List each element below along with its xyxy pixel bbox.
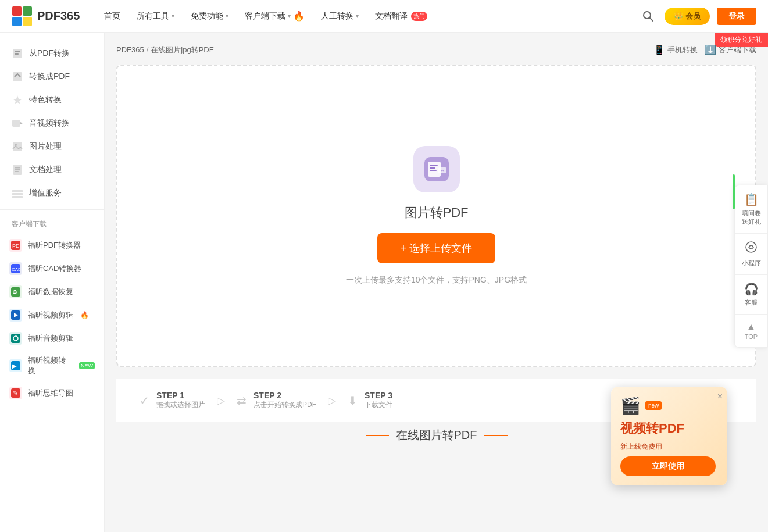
sidebar-item-to-pdf[interactable]: 转换成PDF <box>0 65 104 88</box>
fire-icon: 🔥 <box>293 10 305 22</box>
nav-home[interactable]: 首页 <box>97 8 127 25</box>
step1-title: STEP 1 <box>156 391 205 400</box>
support-label: 客服 <box>745 298 758 307</box>
gift-badge[interactable]: 领积分兑好礼 <box>715 33 768 47</box>
vip-crown-icon: 👑 <box>674 12 683 20</box>
svg-marker-11 <box>20 122 23 124</box>
breadcrumb-separator: / <box>147 45 149 54</box>
upload-icon-wrap: ↔ <box>413 146 460 192</box>
sidebar-item-doc[interactable]: 文档处理 <box>0 158 104 181</box>
popup-title: 视频转PDF <box>620 420 716 437</box>
nav-translate[interactable]: 文档翻译 热门 <box>368 8 434 25</box>
mobile-icon: 📱 <box>653 44 665 55</box>
nav-download[interactable]: 客户端下载 ▾ 🔥 <box>238 7 312 25</box>
popup-ad-top: 🎬 new <box>620 396 716 415</box>
support-button[interactable]: 🎧 客服 <box>735 275 767 315</box>
chevron-icon: ▾ <box>172 13 174 19</box>
chevron-icon: ▾ <box>356 13 359 19</box>
chevron-icon: ▾ <box>226 13 228 19</box>
sidebar-item-from-pdf[interactable]: 从PDF转换 <box>0 42 104 65</box>
sidebar-sub-mind-map[interactable]: ✎ 福昕思维导图 <box>0 381 104 405</box>
step-1: ✓ STEP 1 拖拽或选择图片 <box>140 391 205 410</box>
survey-button[interactable]: 📋 填问卷送好礼 <box>735 185 767 234</box>
svg-text:▶: ▶ <box>12 363 17 369</box>
upload-button[interactable]: + 选择上传文件 <box>377 233 496 263</box>
step1-content: STEP 1 拖拽或选择图片 <box>156 391 205 410</box>
vip-button[interactable]: 👑 会员 <box>665 8 710 25</box>
nav: 首页 所有工具 ▾ 免费功能 ▾ 客户端下载 ▾ 🔥 人工转换 ▾ 文档翻译 热… <box>97 7 639 25</box>
popup-ad: × 🎬 new 视频转PDF 新上线免费用 立即使用 <box>611 387 727 485</box>
svg-rect-20 <box>12 196 23 198</box>
miniprogram-icon <box>745 241 758 256</box>
svg-rect-1 <box>23 6 32 16</box>
svg-point-42 <box>746 242 756 252</box>
from-pdf-icon <box>12 48 23 59</box>
breadcrumb-home[interactable]: PDF365 <box>116 45 144 54</box>
section-line-left <box>366 435 389 436</box>
logo[interactable]: PDF365 <box>12 6 80 27</box>
miniprogram-label: 小程序 <box>742 259 761 267</box>
svg-rect-39 <box>430 170 437 171</box>
step2-desc: 点击开始转换成PDF <box>253 400 316 410</box>
sidebar-sub-video-edit[interactable]: 福昕视频剪辑 🔥 <box>0 304 104 327</box>
svg-rect-18 <box>12 190 23 192</box>
svg-rect-0 <box>12 6 22 16</box>
upload-title: 图片转PDF <box>405 204 469 222</box>
step3-desc: 下载文件 <box>365 400 392 410</box>
login-button[interactable]: 登录 <box>717 8 756 25</box>
scrollbar-indicator <box>733 174 735 209</box>
svg-rect-2 <box>12 17 22 26</box>
download-icon: ⬇️ <box>705 44 716 55</box>
svg-rect-19 <box>12 193 23 195</box>
convert-icon: ↔ <box>422 155 451 184</box>
nav-free[interactable]: 免费功能 ▾ <box>184 8 235 25</box>
svg-rect-12 <box>13 142 22 151</box>
sidebar-item-video[interactable]: 音视频转换 <box>0 112 104 135</box>
nav-tools[interactable]: 所有工具 ▾ <box>130 8 181 25</box>
sidebar-sub-video-convert[interactable]: ▶ 福昕视频转换 NEW <box>0 350 104 381</box>
fire-badge: 🔥 <box>80 311 89 319</box>
sidebar-sub-pdf-converter[interactable]: PDF 福昕PDF转换器 <box>0 234 104 257</box>
mobile-convert-button[interactable]: 📱 手机转换 <box>653 44 698 55</box>
data-recovery-icon: ♻ <box>9 285 22 298</box>
sidebar-section-title: 客户端下载 <box>0 215 104 234</box>
logo-icon <box>12 6 33 27</box>
sidebar-divider <box>0 209 104 210</box>
svg-text:↔: ↔ <box>440 167 445 173</box>
hot-badge: 热门 <box>411 12 427 21</box>
new-badge: NEW <box>79 362 95 369</box>
popup-new-badge: new <box>645 401 662 410</box>
breadcrumb: PDF365 / 在线图片jpg转PDF 📱 手机转换 ⬇️ 客户端下载 <box>116 44 756 55</box>
doc-icon <box>12 164 23 176</box>
search-button[interactable] <box>639 7 658 26</box>
svg-text:✎: ✎ <box>13 390 18 397</box>
step1-desc: 拖拽或选择图片 <box>156 400 205 410</box>
svg-rect-10 <box>12 120 20 127</box>
video-icon <box>12 117 23 129</box>
section-line-right <box>484 435 508 436</box>
nav-manual[interactable]: 人工转换 ▾ <box>314 8 366 25</box>
top-button[interactable]: ▲ TOP <box>735 315 767 347</box>
step-2: ⇄ STEP 2 点击开始转换成PDF <box>237 391 316 410</box>
sidebar-item-image[interactable]: 图片处理 <box>0 135 104 158</box>
survey-label: 填问卷送好礼 <box>742 209 761 226</box>
popup-close-button[interactable]: × <box>717 391 723 402</box>
upload-area[interactable]: ↔ 图片转PDF + 选择上传文件 一次上传最多支持10个文件，支持PNG、JP… <box>116 65 756 367</box>
image-icon <box>12 141 23 152</box>
sidebar-sub-data-recovery[interactable]: ♻ 福昕数据恢复 <box>0 280 104 304</box>
sidebar-item-special[interactable]: 特色转换 <box>0 88 104 112</box>
header: PDF365 首页 所有工具 ▾ 免费功能 ▾ 客户端下载 ▾ 🔥 人工转换 ▾… <box>0 0 768 33</box>
popup-video-icon: 🎬 <box>620 396 641 415</box>
popup-cta-button[interactable]: 立即使用 <box>620 456 716 476</box>
sidebar-item-vip-service[interactable]: 增值服务 <box>0 181 104 205</box>
video-convert-icon: ▶ <box>9 359 22 372</box>
step1-check-icon: ✓ <box>140 394 149 408</box>
sidebar-sub-audio-edit[interactable]: 福昕音频剪辑 <box>0 327 104 350</box>
popup-subtitle: 新上线免费用 <box>620 442 716 452</box>
sidebar-sub-cad-converter[interactable]: CAD 福昕CAD转换器 <box>0 257 104 280</box>
step-arrow-2: ▷ <box>328 394 336 407</box>
svg-rect-7 <box>15 51 20 52</box>
svg-rect-3 <box>23 17 32 26</box>
miniprogram-button[interactable]: 小程序 <box>735 234 767 275</box>
svg-rect-38 <box>430 167 435 169</box>
